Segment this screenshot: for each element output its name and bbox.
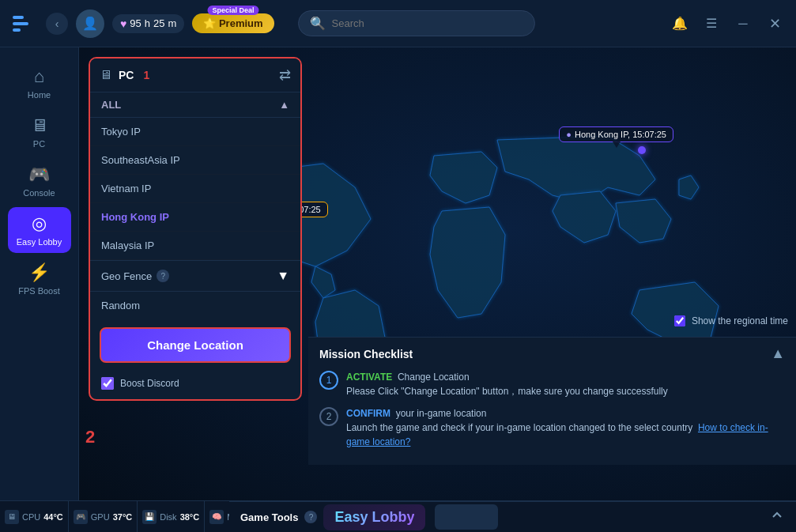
mission-action-2: your in-game location [396, 408, 487, 419]
sidebar-label-easy-lobby: Easy Lobby [17, 237, 62, 247]
svg-rect-0 [13, 16, 24, 19]
search-input[interactable] [332, 17, 523, 29]
location-item-malaysia[interactable]: Malaysia IP [90, 232, 300, 260]
mission-item-1: 1 ACTIVATE Change Location Please Click … [319, 370, 785, 398]
panel-refresh-button[interactable]: ⇄ [279, 66, 291, 84]
gpu-label: GPU [91, 512, 110, 522]
mission-item-2: 2 CONFIRM your in-game location Launch t… [319, 406, 785, 449]
location-item-vietnam[interactable]: Vietnam IP [90, 175, 300, 203]
expand-bottom-button[interactable] [769, 507, 785, 526]
sidebar-label-console: Console [23, 188, 55, 198]
sidebar-label-pc: PC [33, 139, 45, 149]
pc-icon: 🖥 [31, 115, 48, 136]
location-list: ALL ▲ Tokyo IP SoutheastAsia IP Vietnam … [90, 92, 300, 260]
bottom-left: 🖥 CPU 44°C 🎮 GPU 37°C 💾 Disk 38°C 🧠 Memo… [0, 501, 229, 532]
sidebar: ⌂ Home 🖥 PC 🎮 Console ◎ Easy Lobby ⚡ FPS… [0, 47, 79, 500]
cpu-value: 44°C [43, 512, 63, 522]
mission-title: Mission Checklist [319, 348, 413, 360]
svg-rect-1 [13, 22, 28, 25]
mission-desc-2: Launch the game and check if your in-gam… [346, 422, 692, 433]
cpu-label: CPU [22, 512, 40, 522]
svg-rect-2 [13, 28, 21, 32]
mission-number-2: 2 [319, 407, 338, 426]
disk-icon: 💾 [142, 510, 157, 524]
boost-discord-checkbox[interactable] [101, 377, 114, 390]
panel-number: 1 [143, 69, 149, 81]
special-deal-badge: Special Deal [207, 6, 258, 15]
sidebar-item-home[interactable]: ⌂ Home [8, 60, 71, 106]
game-tools-bar: Game Tools ? Easy Lobby [229, 501, 796, 532]
game-tools-help-icon: ? [304, 511, 317, 523]
mission-panel: Mission Checklist ▲ 1 ACTIVATE Change Lo… [308, 337, 796, 465]
mission-desc-1: Please Click "Change Location" button，ma… [346, 386, 668, 397]
search-icon: 🔍 [310, 16, 326, 31]
memory-icon: 🧠 [209, 510, 224, 524]
search-box: 🔍 [298, 10, 535, 36]
back-button[interactable]: ‹ [46, 13, 68, 35]
mission-text-1: ACTIVATE Change Location Please Click "C… [346, 370, 668, 398]
random-item: Random [90, 292, 300, 319]
disk-label: Disk [160, 512, 176, 522]
hong-kong-pin-dot [638, 146, 646, 154]
placeholder-card [435, 504, 498, 530]
geo-fence-help-icon: ? [157, 270, 169, 282]
xp-minutes: 25 [153, 17, 164, 29]
topbar-right: 🔔 ☰ ─ ✕ [668, 12, 787, 36]
premium-button[interactable]: Special Deal ⭐ Premium [192, 13, 274, 33]
bottom-bar: 🖥 CPU 44°C 🎮 GPU 37°C 💾 Disk 38°C 🧠 Memo… [0, 500, 796, 532]
mission-text-2: CONFIRM your in-game location Launch the… [346, 406, 785, 449]
xp-badge: ♥ 95 h 25 m [112, 14, 184, 33]
panel-pc-label: PC [119, 69, 134, 81]
cpu-icon: 🖥 [5, 510, 19, 524]
regional-time-control: Show the regional time [674, 315, 788, 326]
panel-header: 🖥 PC 1 ⇄ [90, 58, 300, 92]
section-all-label: ALL [101, 99, 121, 111]
fps-boost-icon: ⚡ [28, 262, 50, 283]
sidebar-item-fps-boost[interactable]: ⚡ FPS Boost [8, 256, 71, 302]
easy-lobby-icon: ◎ [32, 213, 47, 234]
sidebar-item-console[interactable]: 🎮 Console [8, 158, 71, 204]
status-gpu: 🎮 GPU 37°C [69, 501, 138, 532]
regional-time-label: Show the regional time [692, 315, 788, 326]
menu-button[interactable]: ☰ [700, 12, 723, 36]
geo-fence-expand-icon: ▼ [277, 269, 289, 283]
xp-h: h [145, 17, 150, 29]
geo-fence-label: Geo Fence ? [101, 270, 169, 282]
sidebar-label-fps-boost: FPS Boost [18, 286, 60, 296]
gpu-value: 37°C [113, 512, 133, 522]
mission-action-1: Change Location [398, 372, 470, 383]
location-item-southeast-asia[interactable]: SoutheastAsia IP [90, 146, 300, 175]
console-icon: 🎮 [28, 164, 50, 185]
status-cpu: 🖥 CPU 44°C [0, 501, 69, 532]
regional-time-checkbox[interactable] [674, 315, 685, 326]
mission-collapse-button[interactable]: ▲ [771, 345, 785, 362]
sidebar-item-pc[interactable]: 🖥 PC [8, 109, 71, 155]
home-icon: ⌂ [34, 66, 44, 87]
topbar: ‹ 👤 ♥ 95 h 25 m Special Deal ⭐ Premium 🔍… [0, 0, 796, 47]
minimize-button[interactable]: ─ [731, 12, 755, 36]
location-item-tokyo[interactable]: Tokyo IP [90, 118, 300, 146]
logo [9, 9, 38, 38]
disk-value: 38°C [180, 512, 200, 522]
mission-number-1: 1 [319, 371, 338, 390]
mission-header: Mission Checklist ▲ [319, 345, 785, 362]
geo-fence-section[interactable]: Geo Fence ? ▼ [90, 260, 300, 292]
close-button[interactable]: ✕ [763, 12, 787, 36]
avatar: 👤 [76, 9, 104, 38]
location-item-hong-kong[interactable]: Hong Kong IP [90, 203, 300, 232]
sidebar-item-easy-lobby[interactable]: ◎ Easy Lobby [8, 207, 71, 253]
game-tools-label: Game Tools [240, 511, 298, 523]
gpu-icon: 🎮 [74, 510, 88, 524]
main-content: ● Hong Kong IP, 15:07:25 ● Chile IP, 03:… [79, 47, 796, 500]
boost-discord-control: Boost Discord [90, 371, 300, 399]
status-disk: 💾 Disk 38°C [138, 501, 205, 532]
easy-lobby-card-label: Easy Lobby [334, 509, 414, 526]
panel-pc-icon: 🖥 [100, 68, 112, 82]
easy-lobby-card[interactable]: Easy Lobby [323, 504, 425, 530]
section-all-header[interactable]: ALL ▲ [90, 92, 300, 118]
heart-icon: ♥ [120, 17, 126, 30]
xp-m: m [168, 17, 176, 29]
change-location-button[interactable]: Change Location [100, 327, 291, 363]
notifications-button[interactable]: 🔔 [668, 12, 692, 36]
sidebar-label-home: Home [28, 90, 51, 100]
